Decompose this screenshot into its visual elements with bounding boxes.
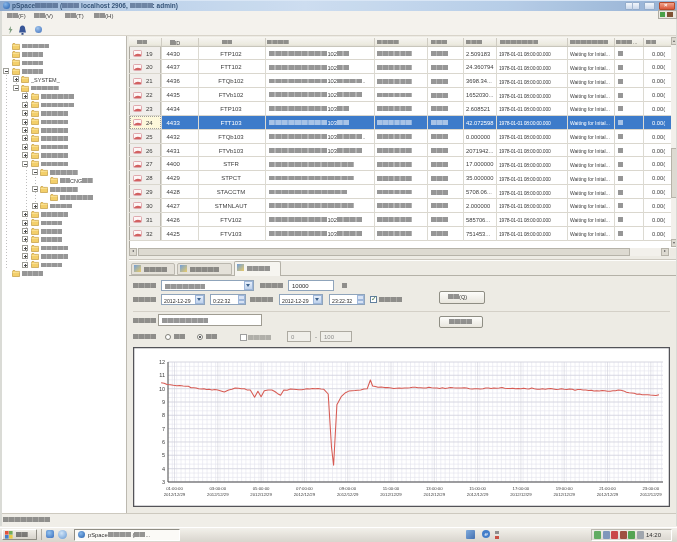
svg-text:13:00:00: 13:00:00 — [426, 486, 443, 491]
svg-text:2012/12/29: 2012/12/29 — [467, 492, 489, 497]
svg-text:2012/12/29: 2012/12/29 — [250, 492, 272, 497]
svg-text:07:00:00: 07:00:00 — [296, 486, 313, 491]
svg-text:03:00:00: 03:00:00 — [209, 486, 226, 491]
svg-text:05:00:00: 05:00:00 — [253, 486, 270, 491]
svg-text:2012/12/29: 2012/12/29 — [207, 492, 229, 497]
svg-text:19:00:00: 19:00:00 — [556, 486, 573, 491]
svg-text:2012/12/29: 2012/12/29 — [597, 492, 619, 497]
svg-text:21:00:00: 21:00:00 — [599, 486, 616, 491]
svg-text:2012/12/29: 2012/12/29 — [510, 492, 532, 497]
svg-text:2012/12/29: 2012/12/29 — [424, 492, 446, 497]
svg-text:15:00:00: 15:00:00 — [469, 486, 486, 491]
svg-text:09:00:00: 09:00:00 — [339, 486, 356, 491]
svg-text:10: 10 — [159, 386, 165, 392]
svg-text:2012/12/29: 2012/12/29 — [380, 492, 402, 497]
svg-text:23:00:00: 23:00:00 — [642, 486, 659, 491]
svg-text:6: 6 — [162, 439, 165, 445]
svg-text:11: 11 — [159, 372, 165, 378]
svg-text:2012/12/29: 2012/12/29 — [337, 492, 359, 497]
svg-text:11:00:00: 11:00:00 — [383, 486, 400, 491]
svg-text:4: 4 — [162, 466, 165, 472]
svg-text:2012/12/29: 2012/12/29 — [164, 492, 186, 497]
svg-text:2012/12/29: 2012/12/29 — [553, 492, 575, 497]
svg-text:7: 7 — [162, 426, 165, 432]
svg-text:5: 5 — [162, 452, 165, 458]
svg-text:9: 9 — [162, 399, 165, 405]
svg-text:2012/12/29: 2012/12/29 — [294, 492, 316, 497]
svg-text:3: 3 — [162, 479, 165, 485]
svg-text:12: 12 — [159, 359, 165, 365]
svg-text:8: 8 — [162, 412, 165, 418]
svg-text:2012/12/29: 2012/12/29 — [640, 492, 662, 497]
svg-text:17:00:00: 17:00:00 — [513, 486, 530, 491]
svg-text:01:00:00: 01:00:00 — [166, 486, 183, 491]
